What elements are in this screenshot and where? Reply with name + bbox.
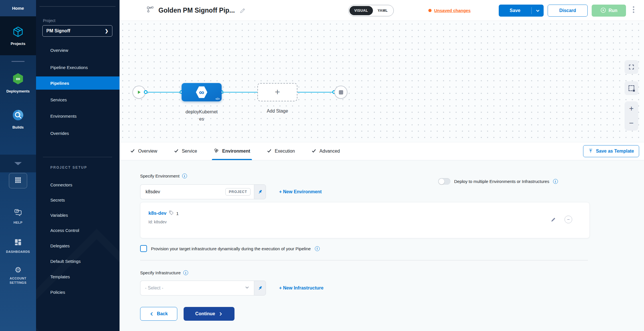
save-button[interactable]: Save	[499, 5, 544, 17]
continue-button[interactable]: Continue	[184, 307, 234, 321]
infrastructure-select-placeholder: - Select -	[145, 285, 163, 291]
sidebar-item-variables[interactable]: Variables	[36, 208, 120, 222]
module-builds[interactable]: Builds	[0, 109, 36, 129]
back-button[interactable]: Back	[140, 307, 177, 321]
discard-button-label: Discard	[559, 8, 576, 13]
edit-environment-pencil-icon[interactable]	[550, 216, 556, 223]
tab-advanced[interactable]: Advanced	[311, 142, 340, 160]
sidebar-top-divider	[39, 6, 116, 7]
new-environment-link[interactable]: + New Environment	[279, 189, 322, 194]
save-dropdown-caret[interactable]	[532, 9, 544, 13]
deployments-icon: ∞	[11, 72, 25, 86]
sidebar-item-templates[interactable]: Templates	[36, 270, 120, 283]
environment-card-actions: −	[550, 216, 572, 223]
dashboards-icon	[14, 238, 22, 247]
toggle-yaml[interactable]: YAML	[373, 9, 393, 13]
stage-node-deploy-kubernetes[interactable]: ∞ </>	[182, 83, 222, 101]
edit-title-pencil-icon[interactable]	[239, 7, 246, 14]
sidebar-item-default-settings[interactable]: Default Settings	[36, 255, 120, 268]
rail-collapse-toggle[interactable]	[0, 155, 36, 172]
provision-checkbox[interactable]	[140, 245, 147, 252]
module-picker-button[interactable]	[9, 173, 27, 188]
environment-icon	[214, 148, 219, 155]
chevron-down-icon	[245, 285, 249, 291]
run-button[interactable]: Run	[592, 5, 626, 17]
remove-environment-icon[interactable]: −	[565, 216, 572, 223]
plus-icon: +	[275, 87, 280, 97]
nav-help[interactable]: ? HELP	[0, 208, 36, 225]
info-icon[interactable]: i	[553, 179, 558, 184]
sidebar-item-environments[interactable]: Environments	[36, 109, 120, 123]
pipeline-graph-icon	[146, 6, 154, 15]
builds-icon	[12, 109, 24, 123]
sidebar-item-label: Default Settings	[50, 259, 81, 264]
sidebar-item-label: Delegates	[50, 243, 70, 248]
add-stage-node[interactable]: +	[257, 83, 297, 101]
more-options-kebab-icon[interactable]	[631, 6, 636, 13]
environment-pin-button[interactable]	[254, 184, 266, 199]
pipeline-canvas[interactable]: ∞ </> + deployKubernetes Add Stage +	[120, 21, 644, 142]
project-selector[interactable]: PM Signoff ❯	[42, 25, 112, 37]
rail-divider	[11, 61, 25, 62]
info-icon[interactable]: i	[183, 270, 188, 275]
infrastructure-select[interactable]: - Select -	[140, 281, 254, 295]
nav-account-settings[interactable]: ⚙ ACCOUNT SETTINGS	[0, 266, 36, 285]
sidebar-item-overview[interactable]: Overview	[36, 44, 120, 57]
multi-environment-toggle-row: Deploy to multiple Environments or Infra…	[438, 178, 558, 185]
run-button-label: Run	[609, 8, 617, 13]
check-icon	[311, 148, 316, 154]
module-projects[interactable]: Projects	[0, 16, 36, 55]
sidebar-item-policies[interactable]: Policies	[36, 285, 120, 299]
canvas-fullscreen-button[interactable]	[625, 60, 638, 74]
environment-input[interactable]	[145, 189, 202, 195]
sidebar-item-label: Services	[50, 97, 67, 102]
pipeline-end-node	[334, 86, 347, 99]
chevron-left-icon	[150, 312, 154, 316]
chevron-right-icon: ❯	[105, 28, 108, 34]
environment-card-name-row: k8s-dev 1	[148, 210, 179, 217]
tab-overview[interactable]: Overview	[130, 142, 157, 160]
sidebar-item-delegates[interactable]: Delegates	[36, 239, 120, 252]
tab-environment[interactable]: Environment	[214, 142, 250, 160]
multi-environment-toggle[interactable]	[438, 178, 450, 185]
section-divider	[140, 260, 588, 261]
info-icon[interactable]: i	[315, 246, 320, 251]
project-scope-label: Project	[43, 18, 55, 23]
save-as-template-button[interactable]: Save as Template	[583, 145, 639, 157]
nav-help-label: HELP	[4, 220, 32, 225]
toggle-visual[interactable]: VISUAL	[349, 6, 373, 15]
tag-count: 1	[176, 211, 178, 216]
specify-infrastructure-label: Specify Infrastructure	[140, 270, 181, 275]
sidebar-item-pipelines[interactable]: Pipelines	[36, 76, 120, 90]
sidebar-item-pipeline-executions[interactable]: Pipeline Executions	[36, 61, 120, 74]
sidebar-item-services[interactable]: Services	[36, 93, 120, 106]
environment-name-link[interactable]: k8s-dev	[148, 210, 166, 216]
visual-yaml-toggle[interactable]: VISUAL YAML	[348, 5, 394, 16]
sidebar-item-access-control[interactable]: Access Control	[36, 224, 120, 237]
main-panel: Golden PM Signoff Pip... VISUAL YAML Uns…	[120, 0, 644, 331]
info-icon[interactable]: i	[182, 174, 187, 178]
module-deployments[interactable]: ∞ Deployments	[0, 72, 36, 93]
sidebar-item-label: Overview	[50, 48, 68, 53]
pipeline-connector-line	[139, 92, 341, 92]
nav-home[interactable]: Home	[0, 0, 36, 16]
zoom-out-button[interactable]: −	[625, 116, 638, 131]
projects-cube-icon	[12, 26, 24, 39]
svg-text:?: ?	[16, 210, 17, 212]
tab-service[interactable]: Service	[174, 142, 197, 160]
new-infrastructure-link[interactable]: + New Infrastructure	[279, 285, 323, 291]
discard-button[interactable]: Discard	[548, 5, 588, 17]
tab-execution[interactable]: Execution	[267, 142, 295, 160]
check-icon	[130, 148, 135, 154]
environment-input-wrap: PROJECT	[140, 184, 254, 199]
unsaved-changes-link[interactable]: Unsaved changes	[428, 0, 471, 21]
infrastructure-pin-button[interactable]	[254, 281, 266, 295]
tab-label: Overview	[138, 149, 157, 154]
sidebar-item-secrets[interactable]: Secrets	[36, 193, 120, 206]
sidebar-item-overrides[interactable]: Overrides	[36, 127, 120, 140]
nav-dashboards[interactable]: DASHBOARDS	[0, 238, 36, 254]
zoom-in-button[interactable]: +	[625, 101, 638, 116]
pipeline-title: Golden PM Signoff Pip...	[158, 7, 235, 14]
canvas-select-button[interactable]	[625, 81, 638, 95]
sidebar-item-connectors[interactable]: Connectors	[36, 178, 120, 191]
